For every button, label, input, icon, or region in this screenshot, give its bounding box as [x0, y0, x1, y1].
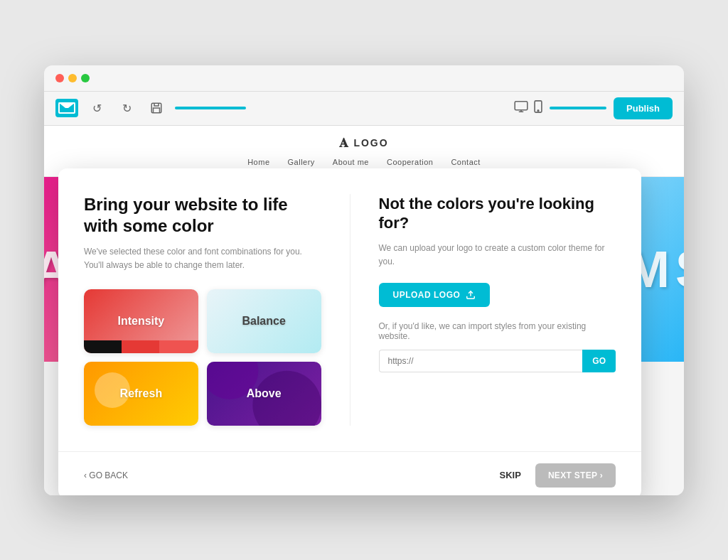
- next-step-button[interactable]: NEXT STEP ›: [535, 463, 616, 488]
- color-theme-modal: Bring your website to life with some col…: [58, 168, 641, 495]
- modal-footer: ‹ GO BACK SKIP NEXT STEP ›: [58, 451, 641, 495]
- modal-left-subtitle: We've selected these color and font comb…: [84, 245, 321, 272]
- website-preview: 𝐀 LOGO Home Gallery About me Cooperation…: [44, 126, 684, 495]
- view-toggle: [514, 100, 542, 116]
- go-back-button[interactable]: ‹ GO BACK: [84, 470, 128, 480]
- modal-right-panel: Not the colors you're looking for? We ca…: [350, 194, 616, 426]
- publish-button[interactable]: Publish: [614, 97, 673, 119]
- color-grid: Intensity Balance Refresh Above: [84, 289, 321, 426]
- undo-button[interactable]: ↺: [85, 98, 108, 118]
- upload-logo-button[interactable]: UPLOAD LOGO: [379, 283, 491, 307]
- progress-indicator: [175, 107, 246, 109]
- nav-about[interactable]: About me: [333, 158, 369, 166]
- browser-titlebar: [44, 65, 684, 92]
- modal-left-panel: Bring your website to life with some col…: [84, 194, 321, 426]
- desktop-view-icon[interactable]: [514, 101, 528, 115]
- balance-label: Balance: [242, 315, 285, 328]
- color-card-intensity[interactable]: Intensity: [84, 289, 198, 353]
- progress-bar-left: [175, 107, 338, 109]
- close-window-button[interactable]: [55, 74, 64, 82]
- go-button[interactable]: GO: [582, 350, 616, 372]
- svg-rect-1: [515, 102, 528, 110]
- mobile-view-icon[interactable]: [534, 100, 542, 116]
- intensity-label: Intensity: [117, 315, 164, 328]
- modal-left-title: Bring your website to life with some col…: [84, 194, 321, 237]
- color-card-balance[interactable]: Balance: [207, 289, 321, 353]
- skip-button[interactable]: SKIP: [500, 470, 521, 480]
- url-import-row: GO: [379, 350, 616, 372]
- progress-bar-right: [550, 107, 606, 109]
- svg-point-3: [537, 110, 539, 112]
- import-text: Or, if you'd like, we can import styles …: [379, 321, 616, 341]
- color-card-refresh[interactable]: Refresh: [84, 362, 198, 426]
- logo-text: LOGO: [353, 137, 388, 149]
- browser-window: ↺ ↻ Publish: [44, 65, 684, 495]
- traffic-lights: [55, 74, 90, 82]
- nav-gallery[interactable]: Gallery: [288, 158, 315, 166]
- toolbar: ↺ ↻ Publish: [44, 92, 684, 126]
- website-logo: 𝐀 LOGO: [339, 136, 388, 151]
- nav-contact[interactable]: Contact: [451, 158, 480, 166]
- website-menu: Home Gallery About me Cooperation Contac…: [247, 158, 481, 166]
- mail-icon[interactable]: [55, 99, 78, 117]
- footer-right: SKIP NEXT STEP ›: [500, 463, 616, 488]
- minimize-window-button[interactable]: [68, 74, 77, 82]
- redo-button[interactable]: ↻: [115, 98, 138, 118]
- refresh-label: Refresh: [120, 387, 163, 400]
- nav-home[interactable]: Home: [247, 158, 269, 166]
- color-card-above[interactable]: Above: [207, 362, 321, 426]
- above-label: Above: [247, 387, 282, 400]
- url-input[interactable]: [379, 350, 583, 372]
- modal-right-title: Not the colors you're looking for?: [379, 194, 616, 233]
- maximize-window-button[interactable]: [81, 74, 90, 82]
- modal-content: Bring your website to life with some col…: [58, 168, 641, 451]
- save-button[interactable]: [145, 98, 168, 118]
- logo-icon: 𝐀: [339, 136, 350, 151]
- modal-right-desc: We can upload your logo to create a cust…: [379, 242, 616, 269]
- upload-logo-label: UPLOAD LOGO: [393, 290, 461, 300]
- nav-cooperation[interactable]: Cooperation: [387, 158, 433, 166]
